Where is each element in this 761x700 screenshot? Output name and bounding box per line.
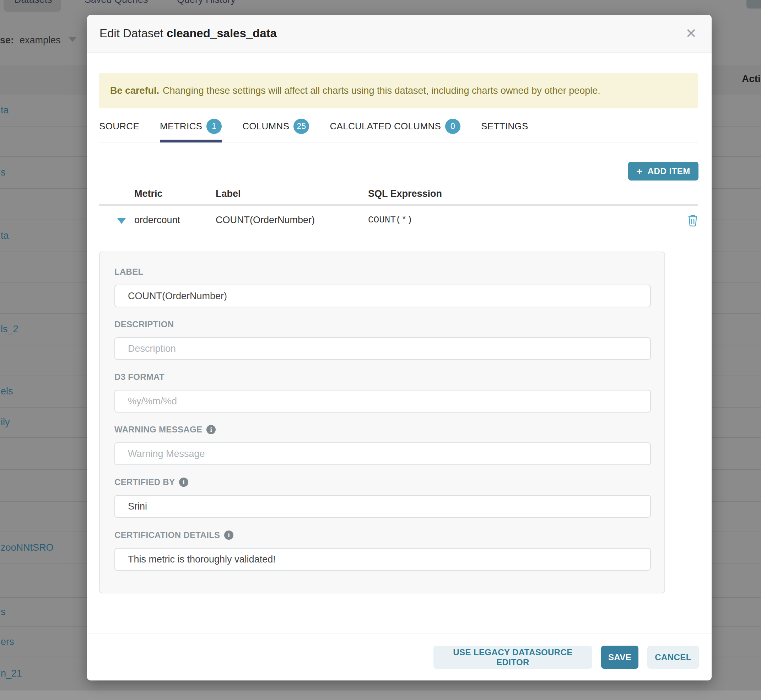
add-item-button[interactable]: + ADD ITEM — [628, 162, 698, 181]
edit-dataset-modal: Edit Dataset cleaned_sales_data ✕ Be car… — [87, 15, 712, 680]
pagination-band — [0, 691, 761, 700]
actions-column-header: Actio — [742, 73, 761, 84]
dataset-link[interactable]: ta — [1, 105, 9, 116]
modal-title: Edit Dataset cleaned_sales_data — [100, 27, 277, 40]
field-label-description: DESCRIPTION — [114, 319, 174, 330]
tab-count-badge: 0 — [445, 119, 461, 134]
warning-message-input[interactable] — [114, 442, 651, 465]
dataset-link[interactable]: n_21 — [1, 668, 22, 679]
database-filter-label: se: — [0, 35, 14, 45]
modal-footer: USE LEGACY DATASOURCE EDITOR SAVE CANCEL — [433, 645, 699, 669]
field-label-d3-format: D3 FORMAT — [114, 372, 164, 382]
dataset-link[interactable]: ily — [1, 417, 10, 428]
use-legacy-datasource-editor-button[interactable]: USE LEGACY DATASOURCE EDITOR — [433, 645, 592, 669]
dataset-link[interactable]: zooNNtSRO — [1, 542, 54, 553]
tab-metrics[interactable]: METRICS1 — [160, 119, 222, 134]
d3-format-input[interactable] — [114, 390, 651, 412]
plus-icon: + — [636, 166, 643, 177]
warning-banner: Be careful. Changing these settings will… — [99, 73, 698, 108]
active-tab-indicator — [160, 140, 222, 142]
certified-by-input[interactable] — [114, 495, 651, 518]
metric-detail-panel: LABELDESCRIPTIOND3 FORMATWARNING MESSAGE… — [99, 252, 665, 594]
dataset-link[interactable]: s — [1, 606, 6, 617]
dataset-link[interactable]: ls_2 — [1, 324, 19, 335]
column-header-label: Label — [216, 188, 241, 199]
column-header-sql-expression: SQL Expression — [368, 188, 442, 199]
close-icon[interactable]: ✕ — [685, 27, 697, 40]
tab-label: CALCULATED COLUMNS — [330, 121, 441, 132]
tab-settings[interactable]: SETTINGS — [481, 121, 528, 132]
field-label-warning-message: WARNING MESSAGEi — [114, 425, 216, 434]
column-header-metric: Metric — [134, 188, 163, 199]
info-icon[interactable]: i — [179, 478, 188, 487]
obscured-button[interactable] — [747, 0, 761, 9]
tab-count-badge: 1 — [206, 119, 222, 134]
field-label-certification-details: CERTIFICATION DETAILSi — [114, 530, 233, 540]
metric-sql-expression: COUNT(*) — [368, 215, 413, 225]
nav-tab-datasets[interactable]: Datasets — [14, 0, 52, 9]
warning-banner-text: Changing these settings will affect all … — [163, 85, 600, 96]
info-icon[interactable]: i — [224, 531, 233, 540]
tab-label: SOURCE — [99, 121, 139, 132]
caret-down-icon[interactable] — [117, 218, 126, 224]
footer-divider — [87, 634, 712, 634]
modal-header: Edit Dataset cleaned_sales_data ✕ — [87, 15, 712, 53]
warning-banner-bold: Be careful. — [110, 85, 159, 96]
database-filter-value: examples — [20, 35, 61, 45]
nav-tab-saved-queries[interactable]: Saved Queries — [84, 0, 148, 9]
database-filter[interactable]: se:examples — [0, 35, 77, 48]
tab-label: METRICS — [160, 121, 202, 132]
dataset-name: cleaned_sales_data — [167, 27, 277, 40]
tab-label: SETTINGS — [481, 121, 528, 132]
chevron-down-icon — [69, 37, 77, 42]
certification-details-input[interactable] — [114, 548, 651, 571]
metric-label: COUNT(OrderNumber) — [216, 215, 315, 226]
field-label-label: LABEL — [114, 267, 144, 277]
tab-bar: SOURCEMETRICS1COLUMNS25CALCULATED COLUMN… — [99, 116, 528, 136]
cancel-button[interactable]: CANCEL — [647, 645, 699, 669]
table-header-border — [99, 204, 698, 206]
dataset-link[interactable]: ers — [1, 636, 14, 647]
metric-name: ordercount — [134, 215, 180, 226]
dataset-link[interactable]: ta — [1, 230, 9, 241]
tab-label: COLUMNS — [242, 121, 289, 132]
tab-source[interactable]: SOURCE — [99, 121, 139, 132]
info-icon[interactable]: i — [206, 425, 216, 434]
save-button[interactable]: SAVE — [601, 645, 638, 669]
nav-tab-query-history[interactable]: Query History — [177, 0, 236, 9]
dataset-link[interactable]: s — [1, 167, 6, 178]
dataset-link[interactable]: els — [1, 386, 13, 397]
tab-columns[interactable]: COLUMNS25 — [242, 119, 309, 134]
table-row: ordercount COUNT(OrderNumber) COUNT(*) — [87, 214, 712, 229]
tab-count-badge: 25 — [294, 119, 309, 134]
tab-calculated-columns[interactable]: CALCULATED COLUMNS0 — [330, 119, 461, 134]
trash-icon[interactable] — [688, 214, 698, 227]
field-label-certified-by: CERTIFIED BYi — [114, 477, 188, 487]
description-input[interactable] — [114, 337, 651, 360]
label-input[interactable] — [114, 284, 651, 307]
